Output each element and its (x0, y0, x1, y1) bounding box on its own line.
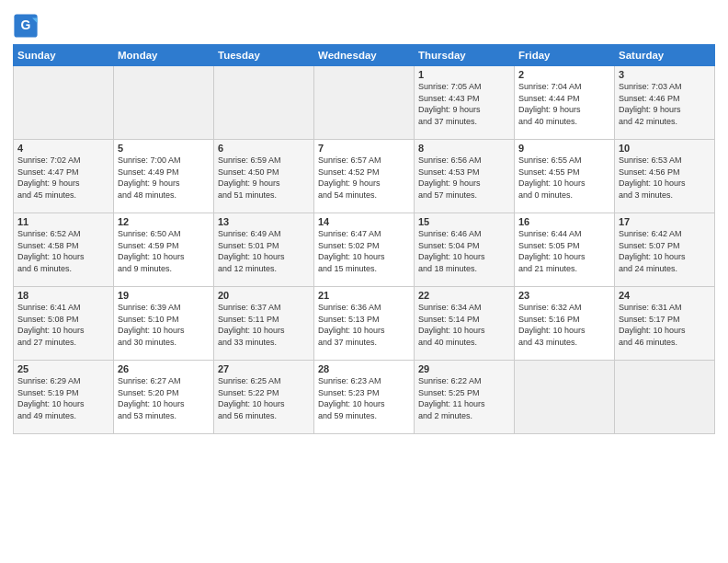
calendar-day-header: Saturday (615, 45, 715, 66)
day-number: 18 (17, 290, 109, 301)
day-number: 1 (418, 69, 510, 80)
day-info: Sunrise: 7:02 AM Sunset: 4:47 PM Dayligh… (17, 155, 109, 201)
calendar-cell: 21Sunrise: 6:36 AM Sunset: 5:13 PM Dayli… (314, 287, 415, 361)
calendar-cell (615, 361, 715, 434)
day-info: Sunrise: 7:04 AM Sunset: 4:44 PM Dayligh… (518, 81, 610, 127)
calendar-cell: 11Sunrise: 6:52 AM Sunset: 4:58 PM Dayli… (14, 213, 114, 287)
calendar-cell: 4Sunrise: 7:02 AM Sunset: 4:47 PM Daylig… (14, 140, 114, 213)
day-number: 11 (17, 216, 109, 227)
day-number: 14 (318, 216, 410, 227)
day-info: Sunrise: 6:27 AM Sunset: 5:20 PM Dayligh… (118, 375, 210, 421)
calendar-cell: 3Sunrise: 7:03 AM Sunset: 4:46 PM Daylig… (615, 66, 715, 140)
logo: G (13, 13, 40, 39)
calendar-cell: 7Sunrise: 6:57 AM Sunset: 4:52 PM Daylig… (314, 140, 415, 213)
day-number: 19 (118, 290, 210, 301)
day-number: 27 (218, 363, 310, 374)
day-number: 29 (418, 363, 510, 374)
day-number: 21 (318, 290, 410, 301)
day-info: Sunrise: 6:22 AM Sunset: 5:25 PM Dayligh… (418, 375, 510, 421)
day-number: 26 (118, 363, 210, 374)
day-number: 16 (518, 216, 610, 227)
day-number: 10 (619, 143, 711, 154)
calendar-cell (14, 66, 114, 140)
day-info: Sunrise: 6:37 AM Sunset: 5:11 PM Dayligh… (218, 302, 310, 348)
header: G (13, 9, 715, 39)
day-number: 6 (218, 143, 310, 154)
calendar-week-row: 18Sunrise: 6:41 AM Sunset: 5:08 PM Dayli… (14, 287, 715, 361)
day-info: Sunrise: 6:29 AM Sunset: 5:19 PM Dayligh… (17, 375, 109, 421)
day-info: Sunrise: 6:55 AM Sunset: 4:55 PM Dayligh… (518, 155, 610, 201)
svg-text:G: G (21, 17, 31, 32)
calendar-day-header: Tuesday (214, 45, 314, 66)
day-number: 4 (17, 143, 109, 154)
day-number: 3 (619, 69, 711, 80)
calendar-cell: 19Sunrise: 6:39 AM Sunset: 5:10 PM Dayli… (114, 287, 214, 361)
day-info: Sunrise: 6:59 AM Sunset: 4:50 PM Dayligh… (218, 155, 310, 201)
calendar-cell (515, 361, 615, 434)
day-info: Sunrise: 6:50 AM Sunset: 4:59 PM Dayligh… (118, 228, 210, 274)
day-info: Sunrise: 6:53 AM Sunset: 4:56 PM Dayligh… (619, 155, 711, 201)
calendar: SundayMondayTuesdayWednesdayThursdayFrid… (13, 44, 715, 434)
calendar-cell: 25Sunrise: 6:29 AM Sunset: 5:19 PM Dayli… (14, 361, 114, 434)
day-info: Sunrise: 6:57 AM Sunset: 4:52 PM Dayligh… (318, 155, 410, 201)
day-info: Sunrise: 6:36 AM Sunset: 5:13 PM Dayligh… (318, 302, 410, 348)
day-info: Sunrise: 6:34 AM Sunset: 5:14 PM Dayligh… (418, 302, 510, 348)
day-info: Sunrise: 7:05 AM Sunset: 4:43 PM Dayligh… (418, 81, 510, 127)
day-info: Sunrise: 6:41 AM Sunset: 5:08 PM Dayligh… (17, 302, 109, 348)
calendar-cell: 17Sunrise: 6:42 AM Sunset: 5:07 PM Dayli… (615, 213, 715, 287)
calendar-cell: 10Sunrise: 6:53 AM Sunset: 4:56 PM Dayli… (615, 140, 715, 213)
calendar-cell: 14Sunrise: 6:47 AM Sunset: 5:02 PM Dayli… (314, 213, 415, 287)
day-info: Sunrise: 6:32 AM Sunset: 5:16 PM Dayligh… (518, 302, 610, 348)
day-info: Sunrise: 6:44 AM Sunset: 5:05 PM Dayligh… (518, 228, 610, 274)
day-info: Sunrise: 6:49 AM Sunset: 5:01 PM Dayligh… (218, 228, 310, 274)
day-number: 15 (418, 216, 510, 227)
day-info: Sunrise: 6:52 AM Sunset: 4:58 PM Dayligh… (17, 228, 109, 274)
calendar-cell: 16Sunrise: 6:44 AM Sunset: 5:05 PM Dayli… (515, 213, 615, 287)
day-info: Sunrise: 6:23 AM Sunset: 5:23 PM Dayligh… (318, 375, 410, 421)
day-info: Sunrise: 6:42 AM Sunset: 5:07 PM Dayligh… (619, 228, 711, 274)
calendar-cell: 6Sunrise: 6:59 AM Sunset: 4:50 PM Daylig… (214, 140, 314, 213)
calendar-cell (314, 66, 415, 140)
day-info: Sunrise: 6:47 AM Sunset: 5:02 PM Dayligh… (318, 228, 410, 274)
day-number: 9 (518, 143, 610, 154)
calendar-day-header: Wednesday (314, 45, 415, 66)
calendar-day-header: Friday (515, 45, 615, 66)
calendar-cell: 27Sunrise: 6:25 AM Sunset: 5:22 PM Dayli… (214, 361, 314, 434)
day-number: 13 (218, 216, 310, 227)
calendar-cell: 22Sunrise: 6:34 AM Sunset: 5:14 PM Dayli… (415, 287, 515, 361)
day-info: Sunrise: 6:56 AM Sunset: 4:53 PM Dayligh… (418, 155, 510, 201)
day-number: 22 (418, 290, 510, 301)
calendar-cell: 2Sunrise: 7:04 AM Sunset: 4:44 PM Daylig… (515, 66, 615, 140)
calendar-week-row: 4Sunrise: 7:02 AM Sunset: 4:47 PM Daylig… (14, 140, 715, 213)
calendar-cell: 28Sunrise: 6:23 AM Sunset: 5:23 PM Dayli… (314, 361, 415, 434)
calendar-week-row: 25Sunrise: 6:29 AM Sunset: 5:19 PM Dayli… (14, 361, 715, 434)
day-number: 2 (518, 69, 610, 80)
day-number: 28 (318, 363, 410, 374)
calendar-week-row: 1Sunrise: 7:05 AM Sunset: 4:43 PM Daylig… (14, 66, 715, 140)
calendar-day-header: Sunday (14, 45, 114, 66)
day-info: Sunrise: 6:46 AM Sunset: 5:04 PM Dayligh… (418, 228, 510, 274)
day-number: 7 (318, 143, 410, 154)
calendar-cell: 12Sunrise: 6:50 AM Sunset: 4:59 PM Dayli… (114, 213, 214, 287)
day-number: 5 (118, 143, 210, 154)
day-info: Sunrise: 7:00 AM Sunset: 4:49 PM Dayligh… (118, 155, 210, 201)
calendar-cell (214, 66, 314, 140)
day-number: 20 (218, 290, 310, 301)
calendar-cell: 13Sunrise: 6:49 AM Sunset: 5:01 PM Dayli… (214, 213, 314, 287)
day-info: Sunrise: 7:03 AM Sunset: 4:46 PM Dayligh… (619, 81, 711, 127)
calendar-day-header: Thursday (415, 45, 515, 66)
day-number: 23 (518, 290, 610, 301)
calendar-cell: 20Sunrise: 6:37 AM Sunset: 5:11 PM Dayli… (214, 287, 314, 361)
day-number: 24 (619, 290, 711, 301)
calendar-cell: 29Sunrise: 6:22 AM Sunset: 5:25 PM Dayli… (415, 361, 515, 434)
calendar-cell: 1Sunrise: 7:05 AM Sunset: 4:43 PM Daylig… (415, 66, 515, 140)
calendar-cell: 8Sunrise: 6:56 AM Sunset: 4:53 PM Daylig… (415, 140, 515, 213)
calendar-cell: 23Sunrise: 6:32 AM Sunset: 5:16 PM Dayli… (515, 287, 615, 361)
day-number: 25 (17, 363, 109, 374)
calendar-day-header: Monday (114, 45, 214, 66)
day-number: 17 (619, 216, 711, 227)
page: G SundayMondayTuesdayWednesdayThursdayFr… (0, 0, 728, 563)
calendar-cell: 9Sunrise: 6:55 AM Sunset: 4:55 PM Daylig… (515, 140, 615, 213)
calendar-cell: 15Sunrise: 6:46 AM Sunset: 5:04 PM Dayli… (415, 213, 515, 287)
calendar-header-row: SundayMondayTuesdayWednesdayThursdayFrid… (14, 45, 715, 66)
